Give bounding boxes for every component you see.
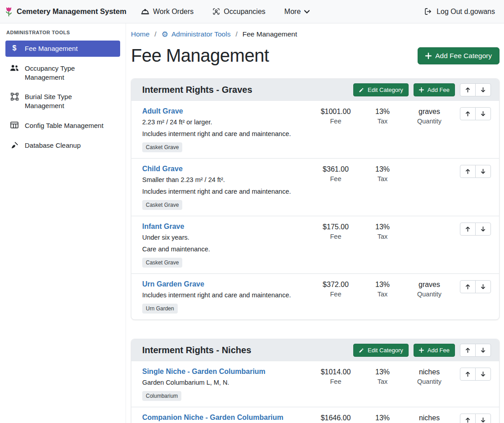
plus-icon (419, 87, 424, 92)
chevron-down-icon (304, 10, 310, 14)
logout-label: Log Out d.gowans (436, 8, 495, 16)
fee-tax: 13% (359, 223, 406, 231)
sidebar-item-occupancy-type-management[interactable]: Occupancy Type Management (5, 60, 120, 86)
sidebar-item-burial-site-type-management[interactable]: Burial Site Type Management (5, 89, 120, 114)
move-category-up-button[interactable] (460, 344, 476, 357)
move-fee-up-button[interactable] (460, 368, 476, 381)
sidebar-item-database-cleanup[interactable]: Database Cleanup (5, 137, 120, 154)
arrow-up-icon (465, 284, 471, 290)
gear-icon: ⚙ (162, 31, 168, 38)
move-fee-up-button[interactable] (460, 414, 476, 423)
category-reorder-group (460, 344, 491, 357)
fee-row: Adult Grave 2.23 m² / 24 ft² or larger. … (131, 101, 499, 158)
fee-amount: $175.00 (312, 223, 359, 231)
sidebar-item-fee-management[interactable]: $ Fee Management (5, 41, 120, 57)
add-fee-category-button[interactable]: Add Fee Category (418, 47, 500, 64)
fee-quantity-column: graves Quantity (406, 107, 453, 125)
sidebar-item-label: Database Cleanup (25, 141, 81, 150)
breadcrumb-admin-tools-link[interactable]: ⚙ Administrator Tools (162, 30, 231, 38)
category-title: Interment Rights - Graves (142, 85, 252, 95)
breadcrumb: Home / ⚙ Administrator Tools / Fee Manag… (131, 29, 500, 41)
move-fee-down-button[interactable] (475, 280, 491, 293)
nav-occupancies[interactable]: Occupancies (212, 8, 266, 16)
fee-quantity-column: niches Quantity (406, 368, 453, 385)
move-fee-up-button[interactable] (460, 165, 476, 178)
breadcrumb-home-link[interactable]: Home (131, 30, 149, 38)
vector-square-icon (10, 93, 19, 100)
move-fee-down-button[interactable] (475, 223, 491, 236)
move-fee-up-button[interactable] (460, 280, 476, 293)
fee-quantity-unit: graves (406, 108, 453, 116)
app-brand[interactable]: Cemetery Management System (4, 6, 126, 17)
fee-info: Infant Grave Under six years. Care and m… (142, 223, 312, 268)
fee-type-badge: Casket Grave (142, 200, 182, 210)
fee-description: Smaller than 2.23 m² / 24 ft². (142, 176, 309, 183)
fee-tax-label: Tax (359, 291, 406, 298)
fee-amount-column: $372.00 Fee (312, 280, 359, 298)
category-header: Interment Rights - Graves Edit Category … (131, 79, 499, 101)
fee-name-link[interactable]: Infant Grave (142, 223, 184, 231)
move-fee-down-button[interactable] (475, 368, 491, 381)
move-category-down-button[interactable] (475, 344, 491, 357)
fee-info: Adult Grave 2.23 m² / 24 ft² or larger. … (142, 107, 312, 152)
arrow-down-icon (480, 111, 486, 117)
logout-link[interactable]: Log Out d.gowans (424, 8, 495, 16)
person-bounding-box-icon (212, 8, 220, 15)
sidebar-item-config-table-management[interactable]: Config Table Management (5, 118, 120, 134)
move-fee-down-button[interactable] (475, 107, 491, 120)
broom-icon (10, 141, 19, 149)
fee-name-link[interactable]: Urn Garden Grave (142, 280, 204, 288)
fee-name-link[interactable]: Single Niche - Garden Columbarium (142, 368, 266, 376)
add-fee-button[interactable]: Add Fee (414, 344, 455, 357)
fee-name-link[interactable]: Adult Grave (142, 107, 183, 115)
arrow-up-icon (465, 87, 471, 93)
nav-label: More (284, 8, 301, 16)
fee-description: Under six years. (142, 234, 309, 241)
fee-tax: 13% (359, 165, 406, 173)
fee-category-card: Interment Rights - Niches Edit Category … (131, 339, 500, 423)
breadcrumb-separator: / (235, 30, 237, 38)
breadcrumb-current: Fee Management (243, 30, 297, 38)
fee-type-badge: Casket Grave (142, 258, 182, 268)
plus-icon (419, 348, 424, 353)
arrow-down-icon (480, 168, 486, 174)
fee-amount: $361.00 (312, 165, 359, 173)
fee-reorder-group (460, 223, 491, 236)
fee-description: Garden Columbarium L, M, N. (142, 379, 309, 386)
fee-quantity-unit: niches (406, 414, 453, 422)
edit-category-button[interactable]: Edit Category (353, 83, 409, 96)
fee-rows: Adult Grave 2.23 m² / 24 ft² or larger. … (131, 101, 499, 319)
move-category-down-button[interactable] (475, 83, 491, 96)
fee-type-badge: Columbarium (142, 391, 181, 401)
fee-info: Urn Garden Grave Includes interment righ… (142, 280, 312, 314)
arrow-up-icon (465, 168, 471, 174)
move-fee-up-button[interactable] (460, 223, 476, 236)
nav-more[interactable]: More (284, 8, 310, 16)
edit-category-button[interactable]: Edit Category (353, 344, 409, 357)
add-fee-button[interactable]: Add Fee (414, 83, 455, 96)
pencil-icon (359, 348, 364, 353)
fee-type-badge: Urn Garden (142, 304, 178, 314)
fee-amount-label: Fee (312, 378, 359, 385)
fee-reorder-group (460, 368, 491, 381)
arrow-up-icon (465, 347, 471, 353)
fee-quantity-column: niches Quantity (406, 414, 453, 423)
fee-quantity-column: graves Quantity (406, 280, 453, 298)
fee-row: Infant Grave Under six years. Care and m… (131, 216, 499, 273)
dollar-icon: $ (10, 45, 19, 52)
move-fee-down-button[interactable] (475, 414, 491, 423)
move-category-up-button[interactable] (460, 83, 476, 96)
fee-tax-label: Tax (359, 175, 406, 182)
fee-amount: $372.00 (312, 281, 359, 289)
move-fee-up-button[interactable] (460, 107, 476, 120)
fee-tax: 13% (359, 108, 406, 116)
move-fee-down-button[interactable] (475, 165, 491, 178)
category-actions: Edit Category Add Fee (353, 83, 491, 96)
sidebar-item-label: Occupancy Type Management (25, 64, 108, 82)
pencil-icon (359, 87, 364, 93)
nav-work-orders[interactable]: Work Orders (141, 8, 194, 16)
arrow-down-icon (480, 226, 486, 232)
fee-name-link[interactable]: Child Grave (142, 165, 183, 173)
breadcrumb-separator: / (154, 30, 156, 38)
fee-name-link[interactable]: Companion Niche - Garden Columbarium (142, 414, 284, 422)
